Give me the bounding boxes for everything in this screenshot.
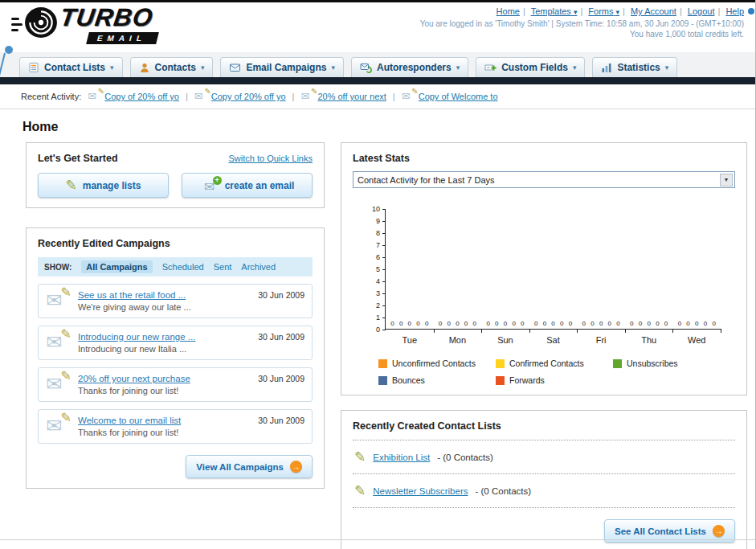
campaign-row[interactable]: ✉✎ See us at the retail food ... We're g… <box>38 284 313 318</box>
campaign-title-link[interactable]: See us at the retail food ... <box>78 290 191 300</box>
link-templates[interactable]: Templates ▾ <box>531 6 578 16</box>
bar-value-labels: 00000 <box>529 320 578 327</box>
tab-contacts[interactable]: Contacts ▾ <box>130 57 214 77</box>
tab-custom-fields[interactable]: Custom Fields ▾ <box>476 57 585 77</box>
tab-contact-lists[interactable]: Contact Lists ▾ <box>19 57 123 77</box>
bar-value-label: 0 <box>534 320 537 327</box>
bar-value-label: 0 <box>551 320 554 327</box>
recent-activity-item[interactable]: ✉✎ Copy of 20% off yo <box>88 91 179 102</box>
bar-value-label: 0 <box>416 320 419 327</box>
campaign-title-link[interactable]: Introducing our new range ... <box>78 332 195 342</box>
session-info: You are logged in as 'Timothy Smith' | S… <box>420 19 744 28</box>
select-arrow-icon: ▼ <box>720 174 733 186</box>
recent-activity-item[interactable]: ✉✎ Copy of 20% off yo <box>194 91 286 102</box>
new-email-icon: ✉+ <box>200 179 219 192</box>
get-started-title: Let's Get Started <box>38 153 118 164</box>
tab-statistics[interactable]: Statistics ▾ <box>592 57 677 77</box>
chart-category-group: 00000Sun <box>481 209 529 329</box>
legend-item: Confirmed Contacts <box>496 358 613 368</box>
stats-period-value: Contact Activity for the Last 7 Days <box>358 175 495 185</box>
contact-list-count: - (0 Contacts) <box>437 453 493 462</box>
campaign-filter-bar: SHOW: All Campaigns Scheduled Sent Archi… <box>38 257 313 277</box>
manage-lists-button[interactable]: ✎ manage lists <box>38 173 169 198</box>
y-axis-tick <box>382 245 386 246</box>
switch-quick-links[interactable]: Switch to Quick Links <box>228 154 313 163</box>
y-axis-tick <box>382 293 386 294</box>
bar-value-label: 0 <box>512 320 515 327</box>
bar-value-label: 0 <box>647 320 650 327</box>
campaign-edit-icon: ✉✎ <box>46 290 70 311</box>
legend-label: Confirmed Contacts <box>509 358 584 368</box>
bar-value-labels: 00000 <box>386 320 434 327</box>
contact-list-row[interactable]: ✎ Exhibition List - (0 Contacts) <box>353 440 735 474</box>
y-axis-tick <box>382 330 386 330</box>
filter-all-campaigns[interactable]: All Campaigns <box>81 260 152 273</box>
chevron-down-icon: ▾ <box>331 64 335 72</box>
filter-scheduled[interactable]: Scheduled <box>162 262 204 272</box>
filter-archived[interactable]: Archived <box>241 262 276 272</box>
latest-stats-panel: Latest Stats Contact Activity for the La… <box>341 142 747 395</box>
recent-activity-item[interactable]: ✉✎ 20% off your next <box>300 91 386 102</box>
campaign-row[interactable]: ✉✎ 20% off your next purchase Thanks for… <box>38 367 313 402</box>
bar-value-label: 0 <box>704 320 707 327</box>
y-axis-tick-label: 10 <box>366 205 380 213</box>
bar-value-label: 0 <box>599 320 603 327</box>
logo-title: TURBO <box>59 6 159 30</box>
contact-lists-icon <box>28 62 39 73</box>
contact-list-row[interactable]: ✎ Newsletter Subscribers - (0 Contacts) <box>353 474 735 508</box>
filter-sent[interactable]: Sent <box>214 262 232 272</box>
stats-period-select[interactable]: Contact Activity for the Last 7 Days ▼ <box>353 171 735 188</box>
bar-value-label: 0 <box>464 320 468 327</box>
page-title: Home <box>22 120 755 134</box>
x-axis-tick <box>625 329 626 333</box>
campaign-title-link[interactable]: Welcome to our email list <box>78 416 181 425</box>
chevron-down-icon: ▾ <box>110 64 114 72</box>
tab-email-campaigns[interactable]: Email Campaigns ▾ <box>220 57 344 77</box>
bar-value-label: 0 <box>630 320 633 327</box>
contact-list-link[interactable]: Exhibition List <box>373 453 430 462</box>
bar-value-label: 0 <box>408 320 411 327</box>
bar-value-labels: 00000 <box>481 320 529 327</box>
campaign-title-link[interactable]: 20% off your next purchase <box>78 374 190 383</box>
arrow-right-icon: → <box>713 525 725 537</box>
nav-divider-bar <box>0 77 755 84</box>
header-meta: Home| Templates ▾| Forms ▾| My Account| … <box>420 6 744 39</box>
link-logout[interactable]: Logout <box>688 6 715 16</box>
link-help[interactable]: Help <box>725 6 744 16</box>
campaign-subtitle: We're giving away our late ... <box>78 302 191 312</box>
campaign-row[interactable]: ✉✎ Welcome to our email list Thanks for … <box>38 409 313 444</box>
recent-activity-item[interactable]: ✉✎ Copy of Welcome to <box>402 91 498 102</box>
create-email-button[interactable]: ✉+ create an email <box>182 173 313 198</box>
tab-autoresponders[interactable]: Autoresponders ▾ <box>351 57 468 77</box>
link-my-account[interactable]: My Account <box>631 6 676 16</box>
logo-text: TURBO EMAIL <box>60 6 157 44</box>
campaign-edit-icon: ✉✎ <box>46 332 70 353</box>
campaign-row[interactable]: ✉✎ Introducing our new range ... Introdu… <box>38 326 313 360</box>
turbo-email-dashboard: TURBO EMAIL Home| Templates ▾| Forms ▾| … <box>0 0 756 549</box>
chevron-down-icon: ▾ <box>665 64 669 72</box>
campaign-edit-icon: ✉✎ <box>46 416 70 436</box>
link-forms[interactable]: Forms ▾ <box>588 6 619 16</box>
link-home[interactable]: Home <box>497 6 520 16</box>
x-axis-tick <box>721 329 721 333</box>
x-axis-tick <box>434 329 435 333</box>
contact-list-link[interactable]: Newsletter Subscribers <box>373 486 468 496</box>
chart-category-group: 00000Sat <box>529 209 578 329</box>
y-axis-tick <box>382 305 386 306</box>
pencil-icon: ✎ <box>354 449 366 465</box>
main-nav: Contact Lists ▾ Contacts ▾ Email Campaig… <box>0 52 755 77</box>
bar-value-label: 0 <box>695 320 698 327</box>
bar-value-label: 0 <box>521 320 524 327</box>
view-all-campaigns-button[interactable]: View All Campaigns → <box>186 455 313 478</box>
decorative-dot-right <box>748 8 754 14</box>
get-started-panel: Let's Get Started Switch to Quick Links … <box>26 142 325 208</box>
x-axis-tick <box>529 329 530 333</box>
legend-item: Unsubscribes <box>613 358 730 368</box>
email-edit-icon: ✉✎ <box>402 91 415 102</box>
bar-value-label: 0 <box>486 320 489 327</box>
app-logo[interactable]: TURBO EMAIL <box>11 6 157 44</box>
chevron-down-icon: ▾ <box>573 64 577 72</box>
y-axis-tick-label: 8 <box>366 229 380 237</box>
y-axis-tick-label: 0 <box>366 326 380 334</box>
bar-value-label: 0 <box>439 320 442 327</box>
